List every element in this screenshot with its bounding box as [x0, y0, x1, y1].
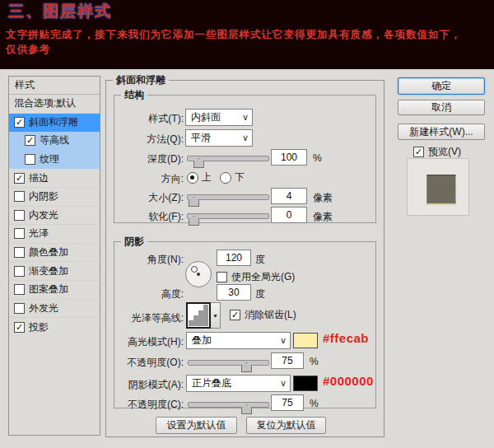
shadow-opacity-thumb[interactable]	[241, 404, 252, 414]
direction-label: 方向:	[114, 172, 184, 186]
shadow-hex-annotation: #000000	[323, 374, 374, 388]
gloss-contour-label: 光泽等高线:	[114, 311, 184, 325]
checkbox-inner-glow[interactable]	[14, 210, 25, 221]
new-style-button[interactable]: 新建样式(W)...	[398, 124, 485, 140]
size-input[interactable]: 4	[271, 188, 307, 204]
sidebar-item-texture[interactable]: 纹理	[9, 151, 100, 170]
checkbox-color-overlay[interactable]	[14, 247, 25, 258]
checkbox-preview[interactable]: ✓	[413, 147, 424, 157]
angle-dial[interactable]	[185, 261, 212, 287]
soften-label: 软化(F):	[114, 210, 184, 224]
checkbox-texture[interactable]	[25, 154, 35, 165]
depth-unit: %	[313, 152, 322, 164]
sidebar-item-gradient-overlay[interactable]: 渐变叠加	[9, 262, 100, 281]
depth-slider-thumb[interactable]	[193, 158, 204, 168]
styles-list-panel: 样式 混合选项:默认 ✓斜面和浮雕 ✓等高线 纹理 ✓描边 内阴影 内发光 光泽…	[8, 76, 100, 436]
soften-slider-thumb[interactable]	[189, 216, 199, 226]
chevron-down-icon: ∨	[242, 130, 249, 146]
shadow-color-swatch[interactable]	[293, 376, 318, 391]
shadow-mode-label: 阴影模式(A):	[114, 378, 184, 392]
checkbox-pattern-overlay[interactable]	[14, 284, 25, 295]
sidebar-item-bevel-emboss[interactable]: ✓斜面和浮雕	[9, 114, 100, 133]
angle-indicator-icon	[191, 266, 198, 273]
highlight-hex-annotation: #ffecab	[323, 331, 369, 345]
checkbox-bevel-emboss[interactable]: ✓	[14, 117, 25, 128]
checkbox-anti-alias[interactable]: ✓	[230, 310, 240, 320]
sidebar-item-contour[interactable]: ✓等高线	[9, 132, 100, 151]
layer-style-dialog: 样式 混合选项:默认 ✓斜面和浮雕 ✓等高线 纹理 ✓描边 内阴影 内发光 光泽…	[0, 69, 494, 448]
direction-down-radio[interactable]: 下	[220, 170, 259, 184]
chevron-down-icon: ∨	[280, 333, 287, 348]
structure-group: 结构 样式(T): 内斜面∨ 方法(Q): 平滑∨ 深度(D): 100 % 方…	[114, 95, 376, 223]
sidebar-item-satin[interactable]: 光泽	[9, 225, 100, 244]
depth-label: 深度(D):	[114, 152, 184, 166]
checkbox-inner-shadow[interactable]	[14, 191, 25, 202]
set-default-button[interactable]: 设置为默认值	[156, 417, 237, 434]
checkbox-stroke[interactable]: ✓	[14, 173, 25, 184]
anti-alias-checkbox[interactable]: ✓消除锯齿(L)	[230, 308, 296, 322]
page-header: 三、图层样式 文字拼贴完成了，接下来我们为它添加一些图层样式让它变得更加具有质感…	[0, 0, 494, 69]
sidebar-item-stroke[interactable]: ✓描边	[9, 169, 100, 188]
size-unit: 像素	[313, 191, 333, 205]
shadow-opacity-label: 不透明度(C):	[114, 398, 184, 412]
depth-slider[interactable]	[187, 156, 269, 161]
gloss-contour-picker[interactable]	[186, 302, 211, 329]
sidebar-item-inner-glow[interactable]: 内发光	[9, 207, 100, 226]
technique-dropdown[interactable]: 平滑∨	[185, 129, 253, 147]
highlight-color-swatch[interactable]	[293, 333, 318, 348]
checkbox-global-light[interactable]	[217, 272, 227, 282]
ok-button[interactable]: 确定	[398, 77, 485, 95]
sidebar-item-outer-glow[interactable]: 外发光	[9, 300, 100, 319]
intro-text: 文字拼贴完成了，接下来我们为它添加一些图层样式让它变得更加具有质感，各项数值如下…	[6, 27, 490, 57]
page-title: 三、图层样式	[8, 1, 112, 22]
shading-legend: 阴影	[121, 235, 147, 249]
sidebar-item-color-overlay[interactable]: 颜色叠加	[9, 244, 100, 263]
dial-center-icon	[197, 273, 200, 276]
contour-step	[203, 305, 208, 326]
highlight-mode-dropdown[interactable]: 叠加∨	[186, 332, 291, 349]
radio-off-icon[interactable]	[220, 172, 231, 184]
depth-input[interactable]: 100	[271, 149, 307, 166]
checkbox-gradient-overlay[interactable]	[14, 266, 25, 277]
checkbox-satin[interactable]	[14, 228, 25, 239]
sidebar-item-pattern-overlay[interactable]: 图案叠加	[9, 281, 100, 300]
style-preview-thumbnail	[407, 158, 469, 216]
highlight-opacity-input[interactable]: 75	[271, 352, 304, 369]
highlight-opacity-thumb[interactable]	[241, 362, 252, 372]
chevron-down-icon: ∨	[280, 376, 287, 391]
cancel-button[interactable]: 取消	[398, 100, 485, 115]
checkbox-outer-glow[interactable]	[14, 303, 25, 314]
angle-input[interactable]: 120	[217, 250, 251, 266]
shadow-opacity-input[interactable]: 75	[271, 394, 304, 411]
highlight-mode-label: 高光模式(H):	[114, 335, 184, 349]
use-global-light-checkbox[interactable]: 使用全局光(G)	[217, 270, 295, 284]
chevron-down-icon: ∨	[242, 110, 249, 125]
contour-dropdown-arrow[interactable]: ▼	[211, 302, 221, 329]
size-slider[interactable]	[187, 194, 269, 200]
radio-on-icon[interactable]	[187, 172, 198, 184]
checkbox-contour[interactable]: ✓	[25, 135, 35, 146]
sidebar-item-blending-options[interactable]: 混合选项:默认	[9, 95, 100, 114]
checkbox-drop-shadow[interactable]: ✓	[14, 322, 25, 333]
technique-label: 方法(Q):	[114, 133, 184, 147]
shadow-mode-dropdown[interactable]: 正片叠底∨	[186, 375, 291, 392]
panel-legend: 斜面和浮雕	[113, 73, 169, 87]
bevel-emboss-panel: 斜面和浮雕 结构 样式(T): 内斜面∨ 方法(Q): 平滑∨ 深度(D): 1…	[105, 80, 384, 437]
altitude-unit: 度	[255, 287, 265, 301]
preview-checkbox[interactable]: ✓预览(V)	[413, 145, 461, 159]
highlight-opacity-label: 不透明度(O):	[114, 356, 184, 370]
soften-input[interactable]: 0	[271, 207, 307, 223]
highlight-opacity-unit: %	[310, 356, 319, 367]
reset-default-button[interactable]: 复位为默认值	[246, 417, 326, 434]
shadow-opacity-unit: %	[310, 398, 319, 409]
size-slider-thumb[interactable]	[189, 197, 199, 207]
highlight-opacity-slider[interactable]	[188, 360, 269, 366]
preview-bevel-square	[426, 175, 456, 205]
style-dropdown[interactable]: 内斜面∨	[185, 109, 253, 126]
altitude-input[interactable]: 30	[217, 284, 251, 301]
soften-slider[interactable]	[187, 213, 269, 219]
shadow-opacity-slider[interactable]	[188, 402, 269, 408]
sidebar-item-inner-shadow[interactable]: 内阴影	[9, 188, 100, 207]
sidebar-item-drop-shadow[interactable]: ✓投影	[9, 318, 100, 337]
shading-group: 阴影 角度(N): 120 度 使用全局光(G) 高度: 30 度 光泽等高线:…	[114, 241, 376, 408]
